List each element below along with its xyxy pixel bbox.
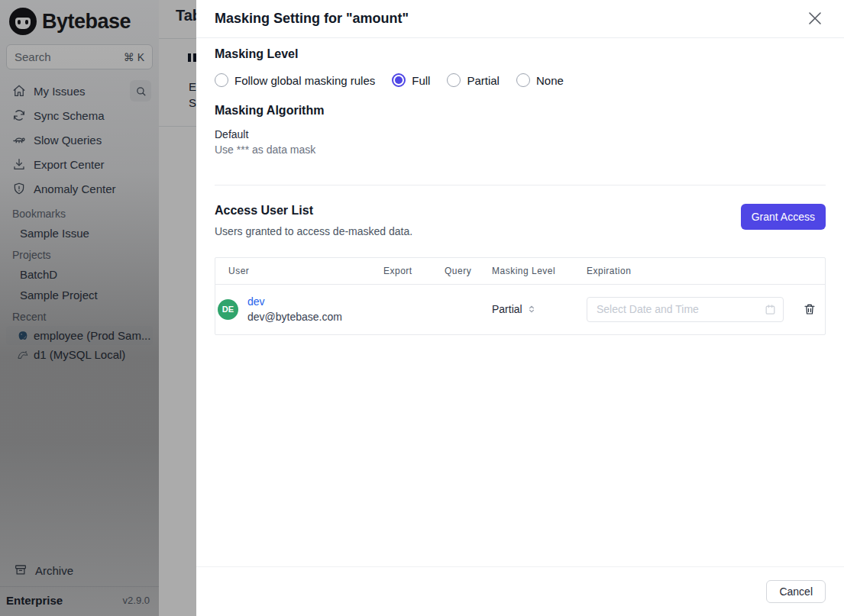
table-row: DE dev dev@bytebase.com Par: [215, 285, 825, 334]
radio-icon: [516, 73, 530, 87]
radio-none[interactable]: None: [516, 73, 564, 87]
app-root: Bytebase ⌘ K My Issues: [0, 0, 844, 616]
delete-user-icon[interactable]: [803, 302, 817, 316]
radio-icon: [215, 73, 228, 87]
modal-title: Masking Setting for "amount": [215, 11, 409, 27]
access-heading-block: Access User List Users granted to access…: [215, 204, 412, 237]
masking-level-heading: Masking Level: [215, 47, 826, 61]
radio-partial[interactable]: Partial: [447, 73, 500, 87]
col-header-export: Export: [380, 258, 441, 284]
radio-icon: [447, 73, 461, 87]
grant-access-button[interactable]: Grant Access: [741, 204, 826, 230]
user-identity: dev dev@bytebase.com: [247, 294, 342, 325]
user-cell: DE dev dev@bytebase.com: [215, 285, 380, 334]
calendar-icon: [764, 303, 777, 316]
radio-full[interactable]: Full: [392, 73, 430, 87]
divider: [215, 185, 826, 185]
modal-backdrop[interactable]: [159, 0, 196, 616]
access-user-table: User Export Query Masking Level Expirati…: [215, 257, 826, 335]
modal-footer: Cancel: [196, 566, 844, 616]
radio-follow-global-rules[interactable]: Follow global masking rules: [215, 73, 375, 87]
access-user-list-header: Access User List Users granted to access…: [215, 204, 826, 237]
access-user-list-description: Users granted to access de-masked data.: [215, 225, 412, 237]
masking-setting-modal: Masking Setting for "amount" Masking Lev…: [196, 0, 844, 616]
modal-header: Masking Setting for "amount": [196, 0, 844, 38]
algorithm-description: Use *** as data mask: [215, 144, 826, 156]
masking-level-cell: Partial: [489, 294, 573, 324]
close-icon[interactable]: [804, 8, 826, 29]
col-header-actions: [794, 263, 825, 279]
query-cell: [441, 293, 489, 325]
col-header-expiration: Expiration: [573, 258, 794, 284]
col-header-user: User: [215, 258, 380, 284]
table-header-row: User Export Query Masking Level Expirati…: [215, 258, 825, 285]
user-email: dev@bytebase.com: [247, 309, 342, 324]
masking-level-radio-group: Follow global masking rules Full Partial…: [215, 73, 826, 87]
export-cell: [380, 293, 441, 325]
masking-level-select[interactable]: Partial: [492, 303, 573, 315]
radio-checked-icon: [392, 73, 406, 87]
modal-body: Masking Level Follow global masking rule…: [196, 38, 844, 335]
row-actions-cell: [794, 293, 825, 325]
modal-backdrop[interactable]: [0, 0, 159, 616]
avatar: DE: [218, 299, 238, 320]
masking-algorithm-heading: Masking Algorithm: [215, 104, 826, 118]
col-header-masking-level: Masking Level: [489, 258, 573, 284]
expiration-date-input[interactable]: [587, 297, 784, 322]
cancel-button[interactable]: Cancel: [766, 580, 826, 603]
expiration-cell: [573, 288, 794, 331]
user-name-link[interactable]: dev: [247, 294, 342, 309]
algorithm-name: Default: [215, 128, 826, 140]
chevron-updown-icon: [527, 303, 536, 315]
access-user-list-heading: Access User List: [215, 204, 412, 218]
col-header-query: Query: [441, 258, 489, 284]
